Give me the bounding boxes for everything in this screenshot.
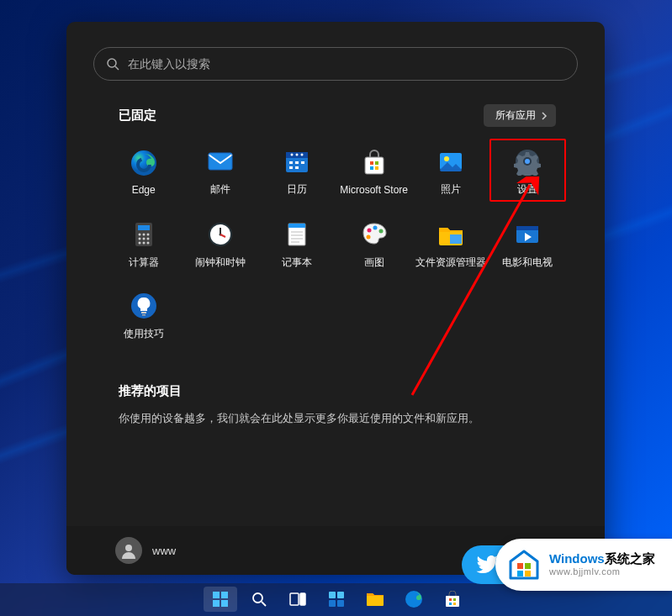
svg-rect-18	[375, 161, 378, 165]
svg-rect-17	[370, 161, 373, 165]
pinned-grid: Edge 邮件 日历 Microsoft Store 照片	[105, 139, 566, 345]
chevron-right-icon	[541, 112, 548, 120]
svg-rect-20	[375, 166, 378, 170]
tile-photos[interactable]: 照片	[412, 139, 489, 202]
svg-rect-80	[517, 563, 523, 569]
svg-rect-72	[329, 600, 336, 607]
svg-rect-79	[453, 603, 456, 605]
tile-calculator[interactable]: 计算器	[105, 213, 182, 273]
svg-rect-52	[450, 234, 462, 244]
svg-rect-56	[141, 312, 146, 313]
watermark-url: www.bjjmlv.com	[549, 566, 655, 577]
tile-movies-tv[interactable]: 电影和电视	[489, 213, 566, 273]
edge-icon	[130, 149, 158, 177]
store-icon	[360, 149, 389, 177]
tile-edge[interactable]: Edge	[105, 139, 182, 202]
svg-rect-69	[300, 593, 305, 605]
svg-rect-73	[337, 600, 344, 607]
tile-settings[interactable]: 设置	[489, 139, 566, 202]
svg-rect-77	[453, 598, 456, 601]
svg-line-1	[115, 66, 119, 70]
svg-rect-14	[289, 166, 293, 169]
svg-rect-11	[289, 161, 293, 164]
taskbar-start[interactable]	[204, 587, 237, 612]
svg-rect-19	[370, 166, 373, 170]
all-apps-label: 所有应用	[495, 108, 536, 123]
paint-icon	[360, 220, 389, 249]
svg-rect-75	[446, 596, 459, 607]
taskbar-store[interactable]	[436, 587, 469, 612]
svg-rect-4	[209, 153, 232, 170]
svg-point-30	[146, 234, 149, 236]
tile-file-explorer[interactable]: 文件资源管理器	[412, 213, 489, 273]
svg-rect-81	[525, 563, 531, 569]
svg-point-22	[444, 156, 449, 161]
photos-icon	[437, 147, 465, 176]
calendar-icon	[283, 147, 311, 176]
user-account-button[interactable]: www	[115, 537, 176, 564]
svg-point-35	[142, 242, 145, 245]
svg-point-32	[142, 238, 145, 240]
tile-notepad[interactable]: 记事本	[259, 213, 336, 273]
svg-point-34	[138, 242, 140, 245]
start-menu: 已固定 所有应用 Edge 邮件 日历	[66, 22, 605, 575]
svg-rect-43	[288, 224, 305, 228]
mail-icon	[206, 147, 235, 176]
tile-paint[interactable]: 画图	[336, 213, 412, 273]
watermark: Windows系统之家 www.bjjmlv.com	[495, 539, 672, 591]
search-input[interactable]	[128, 57, 565, 71]
svg-point-58	[125, 545, 132, 551]
tile-mail[interactable]: 邮件	[182, 139, 258, 202]
folder-icon	[437, 220, 465, 249]
svg-point-28	[138, 234, 140, 236]
username: www	[152, 545, 176, 557]
pinned-header: 已固定 所有应用	[119, 104, 556, 127]
search-box[interactable]	[93, 47, 578, 81]
tile-clock[interactable]: 闹钟和时钟	[182, 213, 258, 273]
search-icon	[106, 57, 119, 71]
recommended-title: 推荐的项目	[119, 383, 553, 399]
svg-rect-57	[142, 314, 146, 316]
svg-rect-63	[221, 592, 228, 598]
svg-rect-62	[213, 592, 220, 598]
svg-point-8	[291, 154, 294, 156]
notepad-icon	[283, 220, 311, 249]
svg-rect-64	[213, 600, 220, 607]
svg-line-67	[262, 602, 266, 606]
svg-point-36	[146, 242, 149, 245]
svg-rect-83	[525, 571, 531, 577]
svg-rect-70	[329, 592, 336, 598]
tips-icon	[130, 292, 158, 320]
store-icon	[444, 591, 461, 608]
widgets-icon	[328, 591, 345, 608]
taskbar-taskview[interactable]	[281, 587, 315, 612]
pinned-title: 已固定	[119, 108, 156, 124]
all-apps-button[interactable]: 所有应用	[484, 104, 556, 127]
taskbar-explorer[interactable]	[358, 587, 392, 612]
svg-rect-15	[295, 166, 299, 169]
gear-icon	[513, 147, 542, 176]
svg-point-50	[378, 229, 383, 234]
svg-point-25	[525, 159, 530, 164]
taskbar-edge[interactable]	[397, 587, 431, 612]
svg-rect-12	[295, 161, 299, 164]
watermark-title: Windows系统之家	[549, 551, 655, 566]
windows-icon	[212, 591, 229, 608]
svg-point-31	[138, 238, 140, 240]
tile-microsoft-store[interactable]: Microsoft Store	[336, 139, 412, 202]
svg-rect-68	[290, 593, 299, 605]
folder-icon	[366, 592, 384, 607]
tile-tips[interactable]: 使用技巧	[105, 285, 182, 345]
svg-point-49	[373, 226, 377, 230]
svg-rect-65	[221, 600, 228, 607]
taskbar-search[interactable]	[242, 587, 276, 612]
search-icon	[251, 592, 267, 607]
clock-icon	[206, 220, 235, 249]
tile-calendar[interactable]: 日历	[259, 139, 336, 202]
taskview-icon	[289, 592, 306, 606]
svg-rect-82	[517, 571, 523, 577]
taskbar-widgets[interactable]	[320, 587, 353, 612]
svg-rect-76	[449, 598, 452, 601]
movies-icon	[513, 220, 542, 249]
svg-rect-16	[365, 157, 384, 174]
